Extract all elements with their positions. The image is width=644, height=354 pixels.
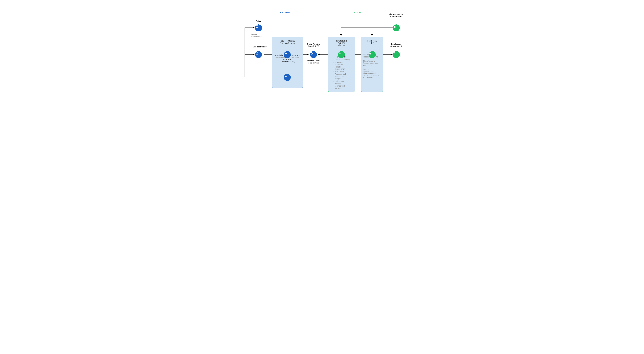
- money-icon: [369, 51, 376, 58]
- svg-rect-14: [396, 25, 396, 27]
- svg-point-13: [370, 53, 371, 54]
- label-medical-doctor: Medical Doctor: [250, 46, 268, 48]
- plan-title-1: Health Plan/: [363, 40, 381, 42]
- svg-point-11: [339, 53, 340, 53]
- employer-line-1: Employer /: [391, 43, 401, 45]
- router-sub: Rxsever/Claim (Pre & Post): [304, 59, 323, 64]
- provider-box-line-2: Mail-Order/: [274, 58, 300, 60]
- svg-point-7: [312, 52, 312, 53]
- pmb-title-2: PMB With: [330, 42, 352, 44]
- pmb-title-3: Informed: [330, 44, 352, 46]
- pmb-item: Member web services: [335, 85, 350, 89]
- header-payor-text: PAYOR: [349, 11, 366, 14]
- plan-p3: Insurance Management Pharmaceutical cant…: [363, 68, 381, 78]
- router-title-2: Switch /PPE: [308, 45, 319, 47]
- header-provider-text: PROVIDER: [273, 11, 298, 14]
- svg-point-3: [256, 52, 258, 53]
- patient-note: Patient Claims Insutance: [251, 33, 265, 37]
- pmb-item: Reporing and: [335, 73, 350, 75]
- diagram-canvas: PROVIDER PAYOR Pharmaceutical Manufactur…: [226, 0, 418, 105]
- svg-point-15: [394, 52, 396, 53]
- factory-icon: [393, 24, 400, 31]
- gears-icon: [338, 51, 345, 58]
- healthplan-box: Health Plan/ PBM Insurance Claim Process…: [361, 37, 384, 92]
- router-sub-1: Rxsever/Claim: [307, 59, 320, 62]
- patient-note-2: Claims Insutance: [251, 35, 265, 37]
- plan-title-2: PBM: [363, 42, 381, 44]
- mortar-icon-2: [284, 74, 291, 81]
- pmb-title-1: Private Label: [330, 40, 352, 42]
- plan-p2: Claim Tracking Reparting and data woreho…: [363, 60, 381, 66]
- svg-point-12: [340, 53, 340, 54]
- pmb-item: Rebate management: [335, 66, 350, 70]
- router-sub-2: (Pre & Post): [308, 62, 319, 64]
- router-title-1: Claim Routing: [307, 43, 320, 45]
- pmb-item: Prormacy newworks: [335, 61, 350, 65]
- pmb-item-list: Claims processingPrormacy newworksRebate…: [333, 59, 350, 89]
- provider-box-line-3: Internaet Pharmacy: [274, 60, 300, 62]
- router-label: Claim Routing Switch /PPE: [304, 43, 323, 47]
- pmb-item: Mail service: [335, 70, 350, 73]
- header-provider: PROVIDER: [273, 10, 298, 15]
- pmb-item: Call Center support: [335, 80, 350, 84]
- provider-box-title-2: Pharmacy Services: [274, 42, 300, 44]
- employer-line-2: Government: [390, 45, 402, 47]
- pmb-box: Private Label PMB With Informed a la Car…: [328, 37, 355, 92]
- label-patient: Patient: [252, 20, 265, 22]
- pmb-item: Claims processing: [335, 59, 350, 61]
- doctor-icon: [255, 51, 262, 58]
- patient-icon: [255, 24, 262, 31]
- header-pharma: Pharmaceutical Manufacturer: [384, 13, 408, 17]
- patient-note-1: Patient: [251, 33, 257, 35]
- svg-rect-6: [286, 77, 286, 77]
- svg-point-0: [256, 25, 257, 26]
- svg-rect-5: [286, 54, 286, 54]
- router-icon: [310, 51, 317, 58]
- label-employer: Employer / Government: [388, 43, 404, 47]
- person-icon: [393, 51, 400, 58]
- pmb-item: Information analysis: [335, 76, 350, 80]
- svg-point-4: [257, 54, 257, 54]
- svg-rect-2: [258, 25, 258, 25]
- svg-rect-8: [311, 52, 312, 53]
- header-payor: PAYOR: [349, 10, 366, 15]
- mortar-icon-1: [284, 51, 291, 58]
- provider-box-title-1: Retail / Institutional: [274, 40, 300, 42]
